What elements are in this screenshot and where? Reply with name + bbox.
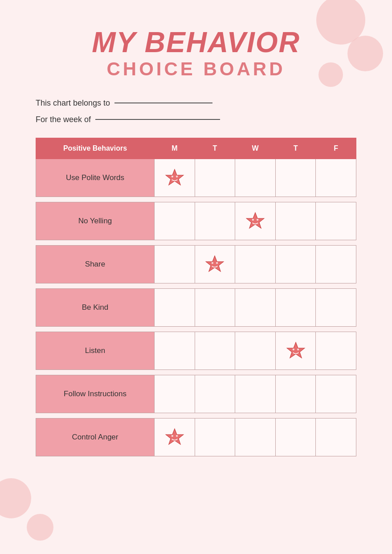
behavior-label-1: No Yelling [36, 202, 155, 240]
day-cell-4-0 [155, 332, 195, 369]
day-cell-4-3 [275, 332, 316, 369]
day-cell-3-2 [235, 288, 276, 326]
info-section: This chart belongs to For the week of [36, 98, 356, 124]
svg-marker-0 [166, 169, 184, 185]
header: MY BEHAVIOR CHOICE BOARD [36, 27, 356, 81]
week-line: For the week of [36, 115, 356, 124]
svg-point-4 [252, 219, 254, 221]
day-cell-2-1 [195, 245, 235, 283]
svg-point-14 [176, 435, 178, 437]
spacer-row [36, 369, 356, 375]
svg-marker-9 [287, 342, 305, 358]
day-cell-1-3 [275, 202, 316, 240]
star-icon [155, 419, 195, 456]
spacer-row [36, 197, 356, 202]
page-title-main: MY BEHAVIOR [36, 27, 356, 58]
table-row: Be Kind [36, 288, 356, 326]
table-header-row: Positive Behaviors M T W T F [36, 138, 356, 159]
week-underline [95, 119, 220, 120]
table-row: Listen [36, 332, 356, 369]
day-cell-5-4 [316, 375, 356, 413]
deco-circle-3 [318, 62, 343, 87]
day-cell-5-1 [195, 375, 235, 413]
page: MY BEHAVIOR CHOICE BOARD This chart belo… [0, 0, 392, 554]
star-icon [155, 159, 195, 197]
svg-point-13 [171, 435, 173, 437]
star-icon [276, 332, 316, 369]
deco-circle-4 [0, 478, 31, 518]
behavior-header: Positive Behaviors [36, 138, 155, 159]
day-cell-2-0 [155, 245, 195, 283]
behavior-label-5: Follow Instructions [36, 375, 155, 413]
day-cell-2-3 [275, 245, 316, 283]
day-cell-0-4 [316, 159, 356, 197]
day-cell-6-3 [275, 418, 316, 456]
behavior-label-4: Listen [36, 332, 155, 369]
table-row: Use Polite Words [36, 159, 356, 197]
svg-point-2 [176, 176, 178, 177]
spacer-row [36, 413, 356, 418]
day-cell-6-1 [195, 418, 235, 456]
day-cell-4-1 [195, 332, 235, 369]
svg-marker-12 [166, 429, 184, 444]
day-cell-0-1 [195, 159, 235, 197]
table-row: Control Anger [36, 418, 356, 456]
day-cell-1-4 [316, 202, 356, 240]
page-title-sub: CHOICE BOARD [36, 58, 356, 80]
star-icon [235, 202, 275, 240]
day-cell-3-0 [155, 288, 195, 326]
table-row: Follow Instructions [36, 375, 356, 413]
day-cell-6-4 [316, 418, 356, 456]
day-header-t2: T [275, 138, 316, 159]
day-cell-6-2 [235, 418, 276, 456]
behavior-label-3: Be Kind [36, 288, 155, 326]
day-cell-5-3 [275, 375, 316, 413]
belongs-underline [114, 103, 212, 103]
svg-point-11 [297, 349, 299, 350]
table-row: Share [36, 245, 356, 283]
deco-circle-2 [347, 36, 383, 71]
day-cell-0-2 [235, 159, 276, 197]
svg-point-10 [292, 349, 294, 350]
belongs-label: This chart belongs to [36, 98, 110, 108]
svg-marker-3 [246, 213, 264, 228]
week-label: For the week of [36, 115, 91, 124]
spacer-row [36, 283, 356, 288]
day-cell-4-2 [235, 332, 276, 369]
behavior-label-2: Share [36, 245, 155, 283]
svg-point-8 [216, 262, 218, 264]
svg-point-7 [212, 262, 213, 264]
star-icon [195, 246, 235, 283]
spacer-row [36, 240, 356, 245]
day-cell-3-3 [275, 288, 316, 326]
svg-point-5 [257, 219, 258, 221]
svg-point-1 [171, 176, 173, 177]
day-cell-4-4 [316, 332, 356, 369]
svg-marker-6 [206, 256, 224, 271]
day-cell-0-3 [275, 159, 316, 197]
day-header-t1: T [195, 138, 235, 159]
deco-circle-5 [27, 514, 53, 541]
day-cell-1-0 [155, 202, 195, 240]
belongs-line: This chart belongs to [36, 98, 356, 108]
day-cell-3-1 [195, 288, 235, 326]
behavior-label-6: Control Anger [36, 418, 155, 456]
behavior-label-0: Use Polite Words [36, 159, 155, 197]
day-cell-1-2 [235, 202, 276, 240]
day-header-w: W [235, 138, 276, 159]
day-header-m: M [155, 138, 195, 159]
day-header-f: F [316, 138, 356, 159]
day-cell-0-0 [155, 159, 195, 197]
table-row: No Yelling [36, 202, 356, 240]
behavior-table: Positive Behaviors M T W T F Use Polite … [36, 138, 356, 456]
day-cell-5-0 [155, 375, 195, 413]
day-cell-5-2 [235, 375, 276, 413]
day-cell-2-4 [316, 245, 356, 283]
day-cell-3-4 [316, 288, 356, 326]
day-cell-6-0 [155, 418, 195, 456]
day-cell-2-2 [235, 245, 276, 283]
day-cell-1-1 [195, 202, 235, 240]
spacer-row [36, 326, 356, 332]
